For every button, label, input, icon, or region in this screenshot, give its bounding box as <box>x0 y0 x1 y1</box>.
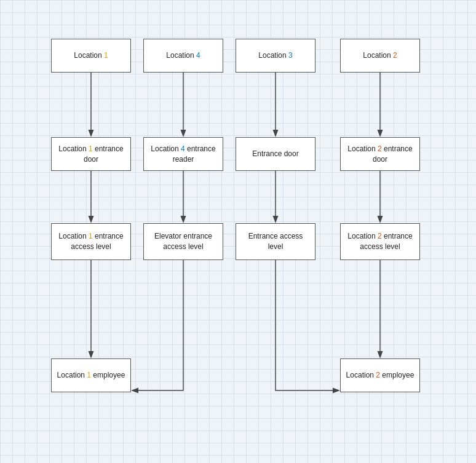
node-loc1-employee-label: Location 1 employee <box>57 370 125 381</box>
node-entrance-access-level[interactable]: Entrance access level <box>236 223 315 260</box>
node-entrance-door[interactable]: Entrance door <box>236 137 315 171</box>
node-loc1-employee[interactable]: Location 1 employee <box>51 358 131 392</box>
node-entrance-access-level-label: Entrance access level <box>241 231 310 252</box>
node-loc2-access-level-label: Location 2 entrance access level <box>346 231 415 252</box>
node-entrance-door-label: Entrance door <box>252 149 298 159</box>
node-loc4-entrance-reader[interactable]: Location 4 entrance reader <box>143 137 223 171</box>
node-loc2-access-level[interactable]: Location 2 entrance access level <box>340 223 420 260</box>
node-location3[interactable]: Location 3 <box>236 39 315 73</box>
node-loc4-entrance-reader-label: Location 4 entrance reader <box>149 144 218 165</box>
node-loc2-employee-label: Location 2 employee <box>346 370 415 381</box>
node-elevator-access-level[interactable]: Elevator entrance access level <box>143 223 223 260</box>
node-location3-label: Location 3 <box>258 50 292 61</box>
node-loc1-entrance-door[interactable]: Location 1 entrance door <box>51 137 131 171</box>
node-location2-label: Location 2 <box>363 50 397 61</box>
node-loc1-access-level[interactable]: Location 1 entrance access level <box>51 223 131 260</box>
node-location4-label: Location 4 <box>166 50 200 61</box>
node-location2[interactable]: Location 2 <box>340 39 420 73</box>
node-loc2-entrance-door-label: Location 2 entrance door <box>346 144 415 165</box>
node-location4[interactable]: Location 4 <box>143 39 223 73</box>
node-location1-label: Location 1 <box>74 50 108 61</box>
node-loc1-entrance-door-label: Location 1 entrance door <box>57 144 125 165</box>
node-loc1-access-level-label: Location 1 entrance access level <box>57 231 125 252</box>
node-location1[interactable]: Location 1 <box>51 39 131 73</box>
node-loc2-employee[interactable]: Location 2 employee <box>340 358 420 392</box>
node-elevator-access-level-label: Elevator entrance access level <box>149 231 218 252</box>
node-loc2-entrance-door[interactable]: Location 2 entrance door <box>340 137 420 171</box>
diagram: Location 1 Location 4 Location 3 Locatio… <box>0 0 476 463</box>
